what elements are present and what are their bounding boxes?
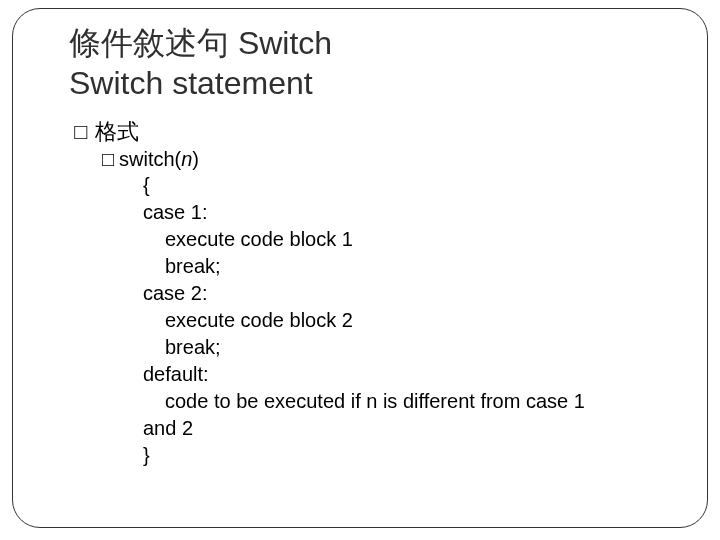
code-line: execute code block 1 (143, 226, 679, 253)
switch-keyword: switch( (119, 148, 181, 170)
code-line: case 2: (143, 280, 679, 307)
code-line: } (143, 442, 679, 469)
title-line-1: 條件敘述句 Switch (69, 25, 332, 61)
switch-argument: n (181, 148, 192, 170)
switch-close-paren: ) (192, 148, 199, 170)
title-line-2: Switch statement (69, 65, 313, 101)
bullet-level-2-label: switch(n) (119, 148, 199, 171)
code-line: and 2 (143, 415, 679, 442)
code-line: { (143, 172, 679, 199)
code-line: code to be executed if n is different fr… (143, 388, 679, 415)
slide-frame: 條件敘述句 Switch Switch statement □ 格式 □ swi… (0, 0, 720, 540)
square-bullet-icon: □ (69, 118, 93, 146)
slide-panel: 條件敘述句 Switch Switch statement □ 格式 □ swi… (12, 8, 708, 528)
code-line: break; (143, 253, 679, 280)
code-block: { case 1: execute code block 1 break; ca… (143, 172, 679, 469)
code-line: break; (143, 334, 679, 361)
bullet-level-2: □ switch(n) (97, 147, 679, 172)
slide-title: 條件敘述句 Switch Switch statement (69, 23, 679, 103)
bullet-level-1: □ 格式 (69, 117, 679, 147)
square-bullet-icon: □ (97, 147, 119, 172)
code-line: execute code block 2 (143, 307, 679, 334)
bullet-level-1-label: 格式 (95, 117, 139, 147)
code-line: case 1: (143, 199, 679, 226)
code-line: default: (143, 361, 679, 388)
